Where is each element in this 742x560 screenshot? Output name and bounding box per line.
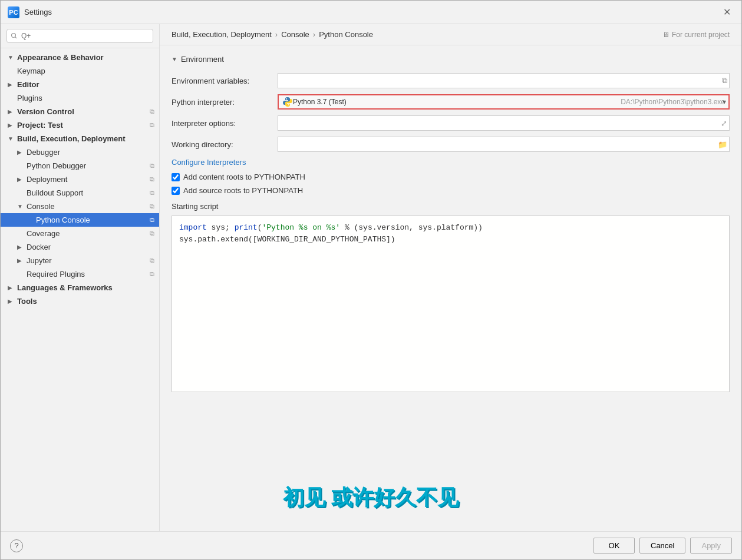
sidebar-item-python-console[interactable]: Python Console ⧉ (1, 213, 159, 227)
breadcrumb-part-1: Build, Execution, Deployment (172, 30, 272, 39)
copy-icon: ⧉ (150, 175, 154, 183)
search-input[interactable] (6, 29, 153, 43)
starting-script-label: Starting script (172, 202, 730, 211)
section-label: Environment (181, 55, 224, 64)
bottom-right: OK Cancel Apply (593, 538, 732, 554)
python-icon (282, 97, 293, 107)
content-area: ▼ Appearance & Behavior Keymap ▶ Editor … (1, 24, 741, 531)
interpreter-path: DA:\Python\Python3\python3.exe (621, 98, 725, 106)
interpreter-dropdown-wrap: Python 3.7 (Test) DA:\Python\Python3\pyt… (278, 94, 730, 110)
copy-icon: ⧉ (150, 270, 154, 278)
for-current-project: 🖥 For current project (662, 31, 730, 39)
interpreter-row: Python interpreter: (172, 94, 730, 110)
arrow-icon: ▼ (8, 54, 16, 61)
dropdown-arrow-icon: ▾ (723, 98, 726, 106)
env-variables-input-wrap: ⧉ (278, 73, 730, 88)
copy-icon: ⧉ (150, 230, 154, 237)
arrow-icon: ▶ (8, 108, 16, 115)
working-dir-label: Working directory: (172, 140, 278, 149)
sidebar-item-jupyter[interactable]: ▶ Jupyter ⧉ (1, 254, 159, 267)
window-title: Settings (24, 8, 52, 16)
configure-interpreters-link[interactable]: Configure Interpreters (172, 158, 246, 167)
arrow-icon: ▶ (8, 81, 16, 88)
interpreter-options-input[interactable] (278, 115, 730, 131)
copy-icon: ⧉ (150, 257, 154, 264)
expand-icon[interactable]: ⤢ (721, 119, 727, 128)
sidebar-item-build[interactable]: ▼ Build, Execution, Deployment (1, 132, 159, 145)
nav-tree: ▼ Appearance & Behavior Keymap ▶ Editor … (1, 48, 159, 531)
sidebar-item-languages[interactable]: ▶ Languages & Frameworks (1, 281, 159, 294)
ok-button[interactable]: OK (593, 538, 635, 554)
interpreter-options-row: Interpreter options: ⤢ (172, 115, 730, 131)
arrow-icon: ▶ (17, 149, 25, 155)
kw-import: import (179, 223, 207, 232)
breadcrumb-sep: › (313, 30, 315, 39)
env-copy-icon[interactable]: ⧉ (722, 76, 727, 85)
sidebar-item-plugins[interactable]: Plugins (1, 91, 159, 105)
arrow-icon: ▶ (17, 176, 25, 183)
folder-icon[interactable]: 📁 (718, 140, 727, 149)
script-line-2: sys.path.extend([WORKING_DIR_AND_PYTHON_… (179, 234, 722, 246)
checkbox-content-roots-input[interactable] (172, 173, 180, 181)
checkbox-source-roots-input[interactable] (172, 187, 180, 195)
breadcrumb: Build, Execution, Deployment › Console ›… (172, 30, 373, 39)
env-variables-input[interactable] (278, 73, 730, 88)
working-dir-row: Working directory: 📁 (172, 137, 730, 152)
sidebar-item-deployment[interactable]: ▶ Deployment ⧉ (1, 173, 159, 186)
kw-print: print (235, 223, 258, 232)
sidebar-item-project[interactable]: ▶ Project: Test ⧉ (1, 118, 159, 132)
arrow-icon: ▶ (8, 122, 16, 128)
kw-string: 'Python %s on %s' (262, 223, 340, 232)
sidebar-item-console[interactable]: ▼ Console ⧉ (1, 200, 159, 213)
sidebar-item-appearance[interactable]: ▼ Appearance & Behavior (1, 51, 159, 64)
settings-window: PC Settings ✕ ▼ Appearance & Behavior Ke… (0, 0, 742, 560)
copy-icon: ⧉ (150, 203, 154, 210)
for-project-label: For current project (672, 31, 730, 39)
kw-normal: sys.path.extend([WORKING_DIR_AND_PYTHON_… (179, 235, 395, 244)
breadcrumb-sep: › (275, 30, 278, 39)
sidebar: ▼ Appearance & Behavior Keymap ▶ Editor … (1, 24, 160, 531)
apply-button[interactable]: Apply (690, 538, 732, 554)
breadcrumb-part-2: Console (281, 30, 309, 39)
interpreter-options-label: Interpreter options: (172, 119, 278, 128)
sidebar-item-python-debugger[interactable]: Python Debugger ⧉ (1, 159, 159, 173)
script-editor[interactable]: import sys; print('Python %s on %s' % (s… (172, 216, 730, 392)
copy-icon: ⧉ (150, 189, 154, 197)
title-bar: PC Settings ✕ (1, 1, 741, 24)
sidebar-item-docker[interactable]: ▶ Docker (1, 240, 159, 254)
sidebar-item-buildout[interactable]: Buildout Support ⧉ (1, 186, 159, 200)
section-header: ▼ Environment (172, 55, 730, 64)
interpreter-dropdown[interactable]: Python 3.7 (Test) DA:\Python\Python3\pyt… (278, 94, 730, 110)
app-icon: PC (8, 6, 19, 18)
cancel-button[interactable]: Cancel (639, 538, 685, 554)
breadcrumb-current: Python Console (319, 30, 373, 39)
title-bar-left: PC Settings (8, 6, 52, 18)
kw-normal: sys; (207, 223, 235, 232)
bottom-bar: ? OK Cancel Apply (1, 531, 741, 559)
search-box (1, 24, 159, 48)
section-triangle-icon: ▼ (172, 56, 177, 62)
sidebar-item-tools[interactable]: ▶ Tools (1, 294, 159, 308)
copy-icon: ⧉ (150, 162, 154, 170)
sidebar-item-version-control[interactable]: ▶ Version Control ⧉ (1, 105, 159, 118)
close-button[interactable]: ✕ (720, 5, 734, 19)
arrow-icon: ▼ (17, 203, 25, 210)
sidebar-item-required-plugins[interactable]: Required Plugins ⧉ (1, 267, 159, 281)
sidebar-item-coverage[interactable]: Coverage ⧉ (1, 227, 159, 240)
env-variables-label: Environment variables: (172, 77, 278, 85)
checkbox-content-roots: Add content roots to PYTHONPATH (172, 173, 730, 181)
working-dir-input[interactable] (278, 137, 730, 152)
working-dir-wrap: 📁 (278, 137, 730, 152)
settings-panel: ▼ Environment Environment variables: ⧉ P… (160, 45, 741, 531)
arrow-icon: ▼ (8, 135, 16, 142)
arrow-icon: ▶ (17, 257, 25, 264)
sidebar-item-debugger[interactable]: ▶ Debugger (1, 145, 159, 159)
arrow-icon: ▶ (17, 244, 25, 250)
sidebar-item-editor[interactable]: ▶ Editor (1, 78, 159, 91)
sidebar-item-keymap[interactable]: Keymap (1, 64, 159, 78)
help-button[interactable]: ? (10, 539, 23, 552)
interpreter-name: Python 3.7 (Test) (293, 98, 621, 106)
bottom-left: ? (10, 539, 23, 552)
checkbox-content-roots-label: Add content roots to PYTHONPATH (183, 173, 305, 181)
copy-icon: ⧉ (150, 121, 154, 129)
